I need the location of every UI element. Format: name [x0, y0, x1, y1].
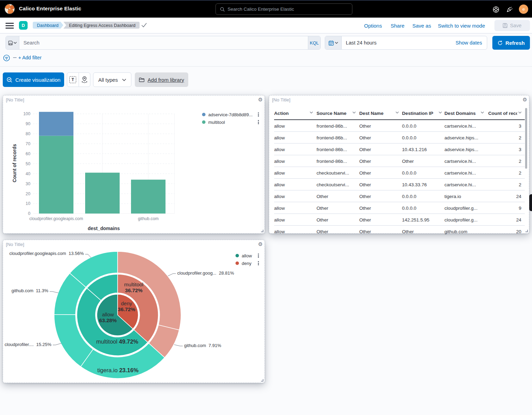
table-cell: Other: [402, 155, 414, 167]
table-cell: allow: [274, 179, 285, 190]
save-button[interactable]: Save: [494, 20, 530, 31]
bar-chart-legend: adservice-7d8b8d89...multitool: [202, 111, 253, 126]
bar-segment[interactable]: [39, 112, 73, 136]
show-dates-link[interactable]: Show dates: [455, 40, 482, 46]
legend-menu-icon[interactable]: [258, 112, 259, 117]
legend-dot: [202, 113, 205, 116]
svg-text:30: 30: [26, 181, 30, 186]
query-input[interactable]: Search: [19, 36, 308, 49]
column-header[interactable]: Destination IP: [402, 107, 433, 119]
row-divider: [274, 214, 525, 214]
refresh-button[interactable]: Refresh: [492, 36, 530, 50]
column-header[interactable]: Dest Name: [359, 107, 383, 119]
sort-chevron-icon[interactable]: [352, 111, 356, 113]
legend-item[interactable]: multitool: [202, 118, 253, 126]
slice-outer-label: cloudprofiler.googleapis.com 13.56%: [9, 251, 84, 256]
global-search-input[interactable]: Search Calico Enterprise Elastic: [215, 3, 352, 15]
all-types-dropdown[interactable]: All types: [93, 72, 131, 87]
table-cell-count: 3: [485, 144, 521, 155]
filter-divider: [13, 57, 17, 58]
global-header: Calico Enterprise Elastic Search Calico …: [0, 1, 532, 18]
legend-menu-icon[interactable]: [258, 261, 259, 265]
table-cell: cartservice.hi...: [444, 155, 476, 167]
table-cell: 10.43.33.76: [402, 179, 427, 190]
bar-segment[interactable]: [85, 173, 120, 214]
legend-menu-icon[interactable]: [258, 120, 259, 124]
row-divider: [274, 225, 525, 226]
table-cell: Other: [359, 214, 371, 226]
table-cell: frontend-86b...: [317, 155, 347, 167]
check-icon[interactable]: [141, 23, 147, 28]
column-header[interactable]: Count of reco: [488, 107, 517, 119]
svg-text:100: 100: [23, 111, 30, 116]
slice-outer-label: github.com 11.3%: [11, 288, 48, 293]
sort-chevron-icon[interactable]: [481, 111, 484, 113]
legend-label: adservice-7d8b8d89...: [208, 112, 253, 117]
sort-chevron-icon[interactable]: [395, 111, 399, 113]
help-icon[interactable]: [492, 5, 500, 13]
add-text-button[interactable]: T: [67, 73, 79, 87]
refresh-icon: [498, 40, 503, 46]
gear-icon[interactable]: ⚙: [523, 97, 527, 103]
panel-resize-handle[interactable]: [525, 230, 528, 232]
table-cell: Other: [359, 120, 371, 132]
saved-query-menu-button[interactable]: [6, 36, 19, 49]
table-cell: tigera.io: [444, 190, 461, 202]
table-cell-count: 2: [485, 167, 521, 179]
legend-item[interactable]: allow: [235, 252, 252, 259]
kql-badge[interactable]: KQL: [308, 36, 320, 49]
column-header[interactable]: Action: [274, 107, 289, 119]
bar-segment[interactable]: [131, 180, 165, 214]
calico-logo: [4, 4, 15, 14]
filter-icon[interactable]: [3, 55, 10, 61]
table-cell: adservice.hips...: [444, 144, 478, 155]
sort-chevron-icon[interactable]: [518, 111, 522, 113]
breadcrumb-dashboard[interactable]: Dashboard: [33, 22, 63, 29]
user-avatar[interactable]: e: [519, 4, 528, 14]
date-quick-select-button[interactable]: [325, 36, 342, 49]
panel-resize-handle[interactable]: [261, 379, 263, 382]
legend-menu-icon[interactable]: [258, 254, 259, 258]
column-header[interactable]: Dest Domains: [444, 107, 476, 119]
slice-label: deny36.72%: [118, 300, 135, 312]
sort-chevron-icon[interactable]: [310, 111, 313, 113]
newsfeed-icon[interactable]: [505, 5, 514, 13]
table-cell: Other: [359, 155, 371, 167]
share-link[interactable]: Share: [391, 23, 404, 29]
menu-icon[interactable]: [6, 23, 14, 29]
svg-text:github.com: github.com: [138, 216, 159, 221]
column-header[interactable]: Source Name: [317, 107, 347, 119]
create-visualization-button[interactable]: Create visualization: [3, 72, 64, 87]
save-as-link[interactable]: Save as: [412, 23, 431, 29]
folder-icon: [139, 77, 144, 82]
add-from-library-button[interactable]: Add from library: [135, 72, 188, 87]
panel-resize-handle[interactable]: [261, 230, 263, 232]
table-cell: checkoutservi...: [317, 179, 349, 190]
dashboard-app-badge[interactable]: D: [19, 21, 28, 30]
table-cell: allow: [274, 226, 285, 237]
add-filter-link[interactable]: + Add filter: [18, 55, 41, 60]
table-cell: adservice.hips...: [444, 132, 478, 144]
gear-icon[interactable]: ⚙: [258, 97, 263, 103]
table-cell: allow: [274, 120, 285, 132]
add-map-button[interactable]: [79, 73, 90, 87]
table-scrollbar[interactable]: [525, 108, 527, 169]
time-range-value[interactable]: Last 24 hours: [346, 40, 377, 46]
table-cell: Other: [359, 144, 371, 155]
options-link[interactable]: Options: [364, 23, 382, 29]
chevron-down-icon: [13, 42, 17, 44]
table-cell: Other: [317, 202, 328, 214]
switch-view-mode-link[interactable]: Switch to view mode: [438, 23, 485, 29]
dashboard-app: Calico Enterprise Elastic Search Calico …: [0, 0, 532, 415]
docked-flyout-tab[interactable]: [529, 194, 532, 211]
legend-item[interactable]: adservice-7d8b8d89...: [202, 111, 253, 118]
row-divider: [274, 202, 525, 202]
sort-chevron-icon[interactable]: [439, 111, 442, 113]
gear-icon[interactable]: ⚙: [258, 241, 263, 247]
table-cell: frontend-86b...: [317, 132, 347, 144]
table-cell: allow: [274, 144, 285, 155]
bar-segment[interactable]: [39, 136, 73, 214]
table-cell: Other: [402, 226, 414, 237]
table-cell-count: 24: [485, 190, 521, 202]
legend-item[interactable]: deny: [235, 259, 252, 267]
